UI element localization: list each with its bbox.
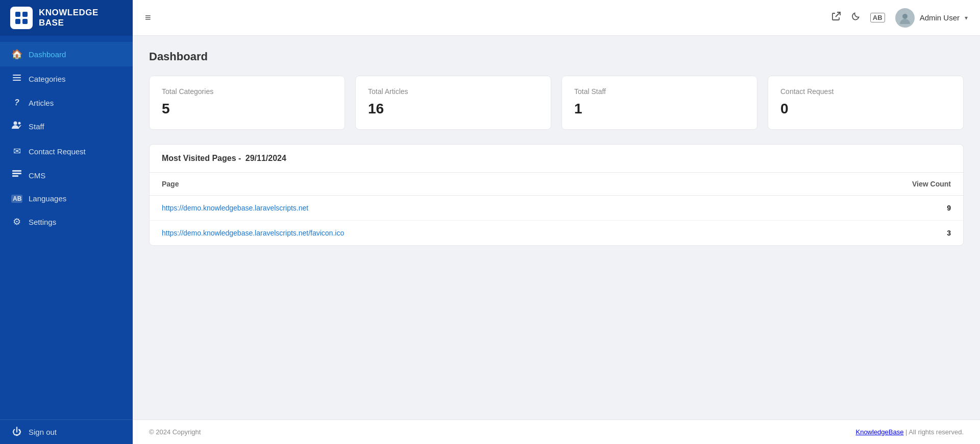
dark-mode-icon[interactable]	[851, 12, 860, 24]
logo-icon	[10, 7, 33, 29]
most-visited-section: Most Visited Pages - 29/11/2024 Page Vie…	[149, 144, 964, 246]
stat-card-contact: Contact Request 0	[768, 76, 964, 130]
signout-icon: ⏻	[11, 427, 22, 437]
footer: © 2024 Copyright KnowledgeBase | All rig…	[133, 419, 980, 444]
stat-card-articles: Total Articles 16	[355, 76, 551, 130]
user-name-label: Admin User	[920, 13, 960, 22]
sidebar-item-signout[interactable]: ⏻ Sign out	[0, 420, 133, 444]
stats-row: Total Categories 5 Total Articles 16 Tot…	[149, 76, 964, 130]
avatar	[895, 8, 915, 28]
translate-icon[interactable]: AB	[870, 13, 885, 22]
user-menu[interactable]: Admin User ▾	[895, 8, 968, 28]
svg-rect-9	[12, 170, 21, 172]
staff-icon	[11, 121, 22, 132]
sidebar-item-contact-request[interactable]: ✉ Contact Request	[0, 139, 133, 163]
categories-icon	[11, 73, 22, 85]
signout-section: ⏻ Sign out	[0, 419, 133, 444]
pages-table: Page View Count https://demo.knowledgeba…	[150, 173, 963, 245]
settings-icon: ⚙	[11, 216, 22, 227]
main-wrapper: ≡ AB	[133, 0, 980, 444]
menu-toggle-button[interactable]: ≡	[145, 12, 151, 24]
svg-rect-6	[13, 80, 21, 81]
view-count-cell: 9	[773, 196, 963, 221]
footer-right: KnowledgeBase | All rights reserved.	[855, 428, 964, 436]
brand-link[interactable]: KnowledgeBase	[855, 428, 903, 436]
svg-rect-5	[13, 77, 21, 78]
stat-value-categories: 5	[162, 101, 332, 117]
articles-icon: ?	[11, 98, 22, 107]
logo-area[interactable]: KNOWLEDGE BASE	[0, 0, 133, 36]
col-views-header: View Count	[773, 173, 963, 196]
stat-label-articles: Total Articles	[368, 87, 538, 96]
svg-rect-1	[22, 12, 28, 17]
svg-point-7	[14, 122, 17, 125]
contact-icon: ✉	[11, 146, 22, 157]
sidebar-item-dashboard[interactable]: 🏠 Dashboard	[0, 42, 133, 66]
logo-text: KNOWLEDGE BASE	[39, 8, 99, 29]
sidebar: KNOWLEDGE BASE 🏠 Dashboard Categories ? …	[0, 0, 133, 444]
svg-point-8	[18, 122, 21, 125]
svg-rect-11	[12, 175, 18, 177]
page-title: Dashboard	[149, 50, 964, 63]
col-page-header: Page	[150, 173, 773, 196]
pages-table-body: https://demo.knowledgebase.laravelscript…	[150, 196, 963, 246]
sidebar-item-cms[interactable]: CMS	[0, 163, 133, 188]
home-icon: 🏠	[11, 49, 22, 60]
svg-point-13	[902, 14, 908, 19]
svg-rect-2	[15, 19, 20, 24]
main-content: Dashboard Total Categories 5 Total Artic…	[133, 36, 980, 419]
svg-rect-3	[22, 19, 28, 24]
nav-menu: 🏠 Dashboard Categories ? Articles	[0, 36, 133, 419]
copyright-text: © 2024 Copyright	[149, 428, 201, 436]
table-row: https://demo.knowledgebase.laravelscript…	[150, 196, 963, 221]
page-url-link[interactable]: https://demo.knowledgebase.laravelscript…	[162, 204, 308, 212]
stat-card-categories: Total Categories 5	[149, 76, 345, 130]
page-cell: https://demo.knowledgebase.laravelscript…	[150, 221, 773, 246]
most-visited-heading: Most Visited Pages - 29/11/2024	[150, 145, 963, 173]
stat-card-staff: Total Staff 1	[561, 76, 757, 130]
sidebar-item-languages[interactable]: AB Languages	[0, 188, 133, 209]
page-cell: https://demo.knowledgebase.laravelscript…	[150, 196, 773, 221]
topbar: ≡ AB	[133, 0, 980, 36]
svg-rect-10	[12, 173, 21, 174]
stat-value-articles: 16	[368, 101, 538, 117]
stat-label-contact: Contact Request	[780, 87, 951, 96]
stat-value-contact: 0	[780, 101, 951, 117]
languages-icon: AB	[11, 195, 22, 203]
external-link-icon[interactable]	[831, 12, 841, 24]
stat-value-staff: 1	[574, 101, 745, 117]
sidebar-item-settings[interactable]: ⚙ Settings	[0, 209, 133, 234]
sidebar-item-staff[interactable]: Staff	[0, 114, 133, 139]
stat-label-categories: Total Categories	[162, 87, 332, 96]
topbar-left: ≡	[145, 12, 831, 24]
view-count-cell: 3	[773, 221, 963, 246]
stat-label-staff: Total Staff	[574, 87, 745, 96]
topbar-right: AB Admin User ▾	[831, 8, 968, 28]
sidebar-item-categories[interactable]: Categories	[0, 66, 133, 91]
svg-rect-4	[13, 75, 21, 76]
sidebar-item-articles[interactable]: ? Articles	[0, 91, 133, 114]
table-row: https://demo.knowledgebase.laravelscript…	[150, 221, 963, 246]
svg-rect-0	[15, 12, 20, 17]
user-dropdown-icon: ▾	[965, 14, 968, 21]
cms-icon	[11, 170, 22, 181]
page-url-link[interactable]: https://demo.knowledgebase.laravelscript…	[162, 229, 344, 237]
